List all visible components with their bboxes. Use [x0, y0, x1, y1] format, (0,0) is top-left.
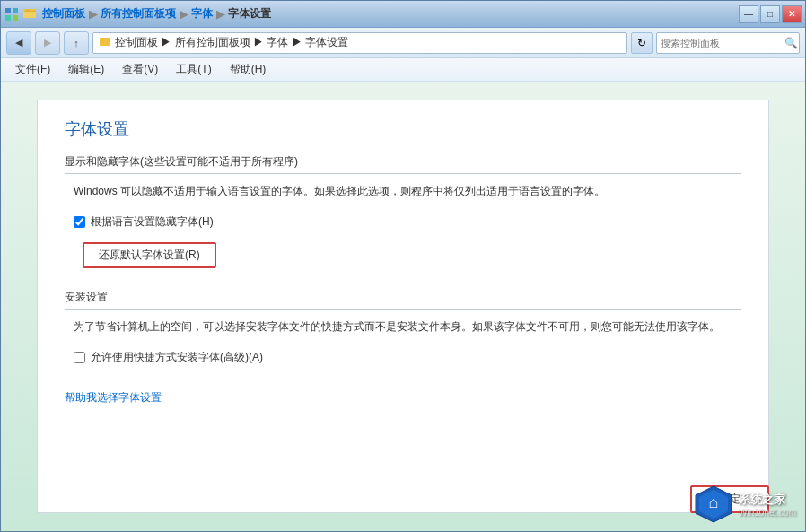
section-display-hide: 显示和隐藏字体(这些设置可能不适用于所有程序) Windows 可以隐藏不适用于… — [65, 154, 741, 268]
shortcut-install-label: 允许使用快捷方式安装字体(高级)(A) — [91, 350, 263, 365]
refresh-button[interactable]: ↻ — [631, 32, 653, 54]
breadcrumb: 控制面板 ▶ 所有控制面板项 ▶ 字体 ▶ 字体设置 — [22, 5, 739, 22]
svg-text:⌂: ⌂ — [709, 493, 719, 511]
main-content: 字体设置 显示和隐藏字体(这些设置可能不适用于所有程序) Windows 可以隐… — [1, 82, 805, 531]
address-box[interactable]: 控制面板 ▶ 所有控制面板项 ▶ 字体 ▶ 字体设置 — [92, 32, 627, 54]
breadcrumb-part2[interactable]: 所有控制面板项 — [101, 6, 176, 22]
section2-header: 安装设置 — [65, 290, 741, 310]
help-link[interactable]: 帮助我选择字体设置 — [65, 390, 741, 406]
window-controls: — □ ✕ — [739, 5, 802, 23]
section-install: 安装设置 为了节省计算机上的空间，可以选择安装字体文件的快捷方式而不是安装文件本… — [65, 290, 741, 369]
forward-button[interactable]: ▶ — [35, 31, 60, 55]
address-path-icon — [99, 35, 111, 50]
window-title: 控制面板 ▶ 所有控制面板项 ▶ 字体 ▶ 字体设置 — [22, 5, 739, 22]
main-window: 控制面板 ▶ 所有控制面板项 ▶ 字体 ▶ 字体设置 — □ ✕ ◀ ▶ ↑ — [0, 0, 806, 532]
page-title: 字体设置 — [65, 118, 741, 140]
back-button[interactable]: ◀ — [6, 31, 31, 55]
restore-defaults-button[interactable]: 还原默认字体设置(R) — [83, 242, 216, 268]
menu-tools[interactable]: 工具(T) — [169, 60, 218, 79]
window-icon — [4, 7, 19, 22]
svg-rect-0 — [5, 8, 11, 13]
minimize-button[interactable]: — — [739, 5, 758, 23]
breadcrumb-icon — [22, 5, 37, 22]
search-input[interactable] — [661, 38, 784, 48]
breadcrumb-part4: 字体设置 — [228, 6, 271, 22]
forward-icon: ▶ — [44, 37, 51, 48]
svg-rect-1 — [13, 8, 18, 13]
section1-description: Windows 可以隐藏不适用于输入语言设置的字体。如果选择此选项，则程序中将仅… — [65, 183, 741, 200]
up-icon: ↑ — [74, 38, 79, 48]
svg-rect-3 — [13, 15, 18, 21]
watermark: ⌂ 系统之家 Win10net.com — [694, 484, 796, 524]
watermark-site-name: 系统之家 — [739, 492, 796, 508]
breadcrumb-part3[interactable]: 字体 — [191, 6, 213, 22]
hide-fonts-checkbox-row: 根据语言设置隐藏字体(H) — [65, 211, 741, 233]
title-bar: 控制面板 ▶ 所有控制面板项 ▶ 字体 ▶ 字体设置 — □ ✕ — [1, 1, 805, 28]
breadcrumb-part1[interactable]: 控制面板 — [42, 6, 85, 22]
navigation-bar: ◀ ▶ ↑ 控制面板 ▶ 所有控制面板项 ▶ 字体 ▶ 字体设置 — [1, 28, 805, 58]
search-box[interactable]: 🔍 — [656, 32, 800, 54]
menu-edit[interactable]: 编辑(E) — [61, 60, 111, 79]
menu-file[interactable]: 文件(F) — [8, 60, 57, 79]
svg-rect-2 — [5, 15, 11, 21]
section2-description: 为了节省计算机上的空间，可以选择安装字体文件的快捷方式而不是安装文件本身。如果该… — [65, 318, 741, 336]
watermark-url: Win10net.com — [739, 508, 796, 518]
up-button[interactable]: ↑ — [64, 31, 89, 55]
shortcut-install-checkbox[interactable] — [74, 352, 85, 363]
refresh-icon: ↻ — [637, 37, 646, 49]
menu-help[interactable]: 帮助(H) — [223, 60, 274, 79]
maximize-button[interactable]: □ — [760, 5, 780, 23]
section1-header: 显示和隐藏字体(这些设置可能不适用于所有程序) — [65, 154, 741, 174]
address-text: 控制面板 ▶ 所有控制面板项 ▶ 字体 ▶ 字体设置 — [115, 35, 348, 50]
shortcut-install-checkbox-row: 允许使用快捷方式安装字体(高级)(A) — [65, 346, 741, 369]
content-panel: 字体设置 显示和隐藏字体(这些设置可能不适用于所有程序) Windows 可以隐… — [37, 100, 769, 513]
menu-bar: 文件(F) 编辑(E) 查看(V) 工具(T) 帮助(H) — [1, 58, 805, 82]
search-icon: 🔍 — [784, 37, 798, 49]
watermark-text-block: 系统之家 Win10net.com — [739, 492, 796, 518]
watermark-logo-icon: ⌂ — [694, 484, 733, 524]
hide-fonts-checkbox[interactable] — [74, 216, 85, 228]
menu-view[interactable]: 查看(V) — [115, 60, 165, 79]
hide-fonts-label: 根据语言设置隐藏字体(H) — [91, 214, 214, 230]
close-button[interactable]: ✕ — [782, 5, 802, 23]
back-icon: ◀ — [15, 37, 22, 48]
svg-rect-5 — [23, 11, 36, 18]
